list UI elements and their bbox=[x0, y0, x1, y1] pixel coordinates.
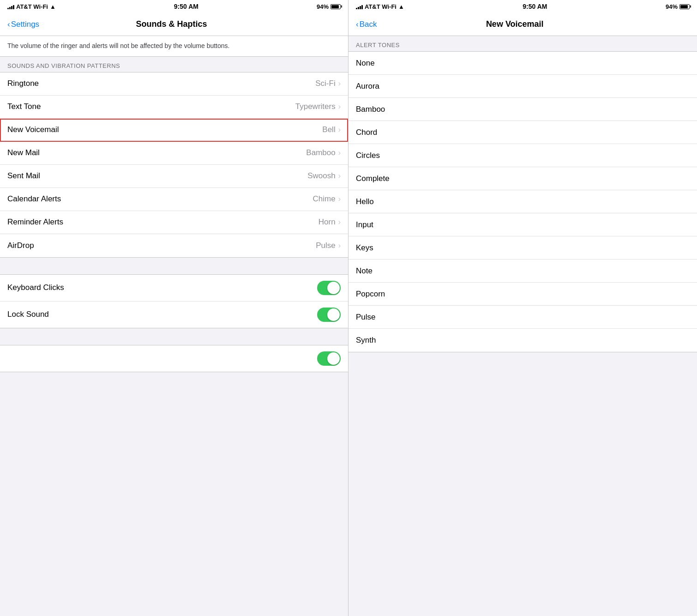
tone-popcorn[interactable]: Popcorn bbox=[348, 283, 697, 306]
tone-chord[interactable]: Chord bbox=[348, 121, 697, 144]
sent-mail-value-container: Swoosh › bbox=[307, 171, 341, 181]
sent-mail-row[interactable]: Sent Mail Swoosh › bbox=[0, 165, 348, 188]
extra-toggle-row[interactable] bbox=[0, 345, 348, 372]
battery-icon-left bbox=[330, 4, 341, 9]
back-label-right: Back bbox=[360, 20, 377, 29]
extra-toggle[interactable] bbox=[317, 351, 341, 366]
tone-aurora[interactable]: Aurora bbox=[348, 75, 697, 98]
reminder-alerts-value-container: Horn › bbox=[318, 217, 341, 227]
reminder-alerts-row[interactable]: Reminder Alerts Horn › bbox=[0, 211, 348, 234]
back-chevron-icon: ‹ bbox=[7, 20, 10, 29]
tone-complete-label: Complete bbox=[356, 174, 390, 183]
page-title-left: Sounds & Haptics bbox=[39, 19, 304, 29]
keyboard-clicks-row[interactable]: Keyboard Clicks bbox=[0, 275, 348, 302]
nav-bar-right: ‹ Back New Voicemail bbox=[348, 13, 697, 36]
lock-sound-row[interactable]: Lock Sound bbox=[0, 302, 348, 328]
right-panel: AT&T Wi-Fi ▲ 9:50 AM 94% ‹ Back New Voic… bbox=[348, 0, 697, 616]
airdrop-value-container: Pulse › bbox=[316, 241, 341, 250]
status-bar-left: AT&T Wi-Fi ▲ 9:50 AM 94% bbox=[0, 0, 348, 13]
tone-input[interactable]: Input bbox=[348, 213, 697, 236]
airdrop-value: Pulse bbox=[316, 241, 336, 250]
text-tone-chevron-icon: › bbox=[338, 103, 341, 111]
new-voicemail-label: New Voicemail bbox=[7, 125, 59, 134]
toggle-knob-keyboard bbox=[327, 282, 340, 294]
tone-circles[interactable]: Circles bbox=[348, 144, 697, 167]
back-button-right[interactable]: ‹ Back bbox=[356, 20, 377, 29]
separator-1 bbox=[0, 258, 348, 274]
tone-bamboo[interactable]: Bamboo bbox=[348, 98, 697, 121]
airdrop-row[interactable]: AirDrop Pulse › bbox=[0, 234, 348, 257]
tone-keys[interactable]: Keys bbox=[348, 236, 697, 260]
status-right-right: 94% bbox=[666, 3, 690, 10]
tone-synth[interactable]: Synth bbox=[348, 329, 697, 352]
reminder-alerts-value: Horn bbox=[318, 217, 336, 227]
tone-keys-label: Keys bbox=[356, 243, 373, 253]
reminder-alerts-chevron-icon: › bbox=[338, 218, 341, 226]
airdrop-label: AirDrop bbox=[7, 241, 34, 250]
sent-mail-chevron-icon: › bbox=[338, 172, 341, 180]
new-voicemail-value: Bell bbox=[322, 125, 335, 134]
alert-tones-section-header: ALERT TONES bbox=[348, 36, 697, 51]
battery-icon-right bbox=[679, 4, 690, 9]
tone-hello[interactable]: Hello bbox=[348, 190, 697, 213]
ringtone-value: Sci-Fi bbox=[315, 79, 335, 88]
reminder-alerts-label: Reminder Alerts bbox=[7, 217, 63, 227]
back-chevron-icon-right: ‹ bbox=[356, 20, 359, 29]
tone-synth-label: Synth bbox=[356, 336, 376, 345]
tone-bamboo-label: Bamboo bbox=[356, 105, 385, 114]
new-mail-chevron-icon: › bbox=[338, 149, 341, 157]
wifi-icon: ▲ bbox=[50, 3, 56, 10]
ringtone-label: Ringtone bbox=[7, 79, 39, 88]
new-voicemail-row[interactable]: New Voicemail Bell › bbox=[0, 119, 348, 142]
keyboard-clicks-toggle[interactable] bbox=[317, 281, 341, 295]
tone-input-label: Input bbox=[356, 220, 373, 229]
tone-pulse[interactable]: Pulse bbox=[348, 306, 697, 329]
ringtone-chevron-icon: › bbox=[338, 79, 341, 88]
time-display-left: 9:50 AM bbox=[174, 3, 198, 10]
tone-hello-label: Hello bbox=[356, 197, 374, 206]
lock-sound-toggle[interactable] bbox=[317, 308, 341, 322]
text-tone-row[interactable]: Text Tone Typewriters › bbox=[0, 96, 348, 119]
tone-note-label: Note bbox=[356, 266, 373, 276]
tone-chord-label: Chord bbox=[356, 128, 377, 137]
toggle-knob-lock bbox=[327, 308, 340, 321]
calendar-alerts-chevron-icon: › bbox=[338, 195, 341, 203]
sound-rows-group: Ringtone Sci-Fi › Text Tone Typewriters … bbox=[0, 72, 348, 258]
calendar-alerts-value-container: Chime › bbox=[313, 194, 341, 204]
tones-list: None Aurora Bamboo Chord Circles Complet… bbox=[348, 51, 697, 352]
text-tone-value: Typewriters bbox=[295, 102, 336, 111]
left-panel: AT&T Wi-Fi ▲ 9:50 AM 94% ‹ Settings Soun… bbox=[0, 0, 348, 616]
new-mail-value-container: Bamboo › bbox=[306, 148, 341, 157]
new-mail-row[interactable]: New Mail Bamboo › bbox=[0, 142, 348, 165]
toggle-rows-group: Keyboard Clicks Lock Sound bbox=[0, 274, 348, 328]
carrier-text-right: AT&T Wi-Fi bbox=[365, 3, 397, 10]
tone-none-label: None bbox=[356, 59, 375, 68]
new-voicemail-chevron-icon: › bbox=[338, 126, 341, 134]
tone-popcorn-label: Popcorn bbox=[356, 290, 385, 299]
lock-sound-label: Lock Sound bbox=[7, 310, 49, 319]
tone-circles-label: Circles bbox=[356, 151, 380, 160]
text-tone-value-container: Typewriters › bbox=[295, 102, 341, 111]
tone-note[interactable]: Note bbox=[348, 260, 697, 283]
keyboard-clicks-label: Keyboard Clicks bbox=[7, 283, 64, 292]
status-right: 94% bbox=[317, 3, 341, 10]
back-label-left: Settings bbox=[11, 20, 39, 29]
battery-percent-left: 94% bbox=[317, 3, 329, 10]
settings-back-button[interactable]: ‹ Settings bbox=[7, 20, 39, 29]
sent-mail-label: Sent Mail bbox=[7, 171, 40, 181]
tone-complete[interactable]: Complete bbox=[348, 167, 697, 190]
text-tone-label: Text Tone bbox=[7, 102, 41, 111]
battery-percent-right: 94% bbox=[666, 3, 678, 10]
status-right-left: AT&T Wi-Fi ▲ bbox=[356, 3, 404, 10]
new-voicemail-value-container: Bell › bbox=[322, 125, 341, 134]
sent-mail-value: Swoosh bbox=[307, 171, 335, 181]
ringtone-row[interactable]: Ringtone Sci-Fi › bbox=[0, 72, 348, 96]
extra-toggle-group bbox=[0, 345, 348, 372]
calendar-alerts-row[interactable]: Calendar Alerts Chime › bbox=[0, 188, 348, 211]
airdrop-chevron-icon: › bbox=[338, 242, 341, 250]
separator-2 bbox=[0, 328, 348, 345]
status-left: AT&T Wi-Fi ▲ bbox=[7, 3, 56, 10]
sounds-section-header: SOUNDS AND VIBRATION PATTERNS bbox=[0, 57, 348, 72]
tone-none[interactable]: None bbox=[348, 52, 697, 75]
carrier-text: AT&T Wi-Fi bbox=[16, 3, 48, 10]
